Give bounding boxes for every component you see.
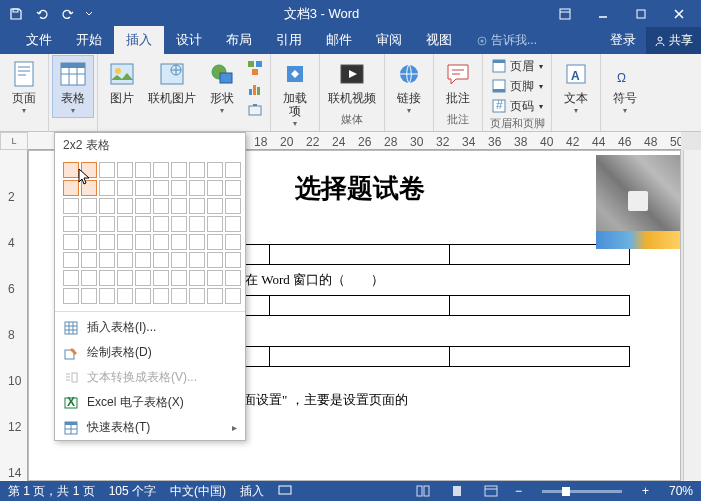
grid-cell[interactable] [63, 198, 79, 214]
grid-cell[interactable] [117, 234, 133, 250]
grid-cell[interactable] [81, 180, 97, 196]
grid-cell[interactable] [135, 162, 151, 178]
grid-cell[interactable] [153, 288, 169, 304]
grid-cell[interactable] [153, 252, 169, 268]
grid-cell[interactable] [117, 288, 133, 304]
grid-cell[interactable] [189, 252, 205, 268]
addins-button[interactable]: 加载 项▾ [275, 56, 315, 130]
minimize-button[interactable] [585, 2, 621, 26]
tab-insert[interactable]: 插入 [114, 26, 164, 54]
pagenum-button[interactable]: #页码▾ [487, 96, 547, 116]
grid-cell[interactable] [135, 198, 151, 214]
online-picture-button[interactable]: 联机图片 [144, 56, 200, 107]
grid-cell[interactable] [99, 216, 115, 232]
zoom-out-button[interactable]: − [515, 484, 522, 498]
grid-cell[interactable] [225, 198, 241, 214]
grid-cell[interactable] [153, 216, 169, 232]
grid-cell[interactable] [135, 234, 151, 250]
login-button[interactable]: 登录 [600, 26, 646, 54]
maximize-button[interactable] [623, 2, 659, 26]
grid-cell[interactable] [225, 216, 241, 232]
grid-cell[interactable] [99, 198, 115, 214]
grid-cell[interactable] [225, 270, 241, 286]
redo-button[interactable] [56, 2, 80, 26]
header-button[interactable]: 页眉▾ [487, 56, 547, 76]
grid-cell[interactable] [189, 234, 205, 250]
grid-cell[interactable] [189, 198, 205, 214]
tab-home[interactable]: 开始 [64, 26, 114, 54]
save-button[interactable] [4, 2, 28, 26]
grid-cell[interactable] [189, 288, 205, 304]
grid-cell[interactable] [81, 252, 97, 268]
grid-cell[interactable] [207, 216, 223, 232]
grid-cell[interactable] [171, 288, 187, 304]
grid-cell[interactable] [171, 234, 187, 250]
zoom-in-button[interactable]: + [642, 484, 649, 498]
grid-cell[interactable] [225, 234, 241, 250]
table-size-grid[interactable] [55, 158, 245, 308]
grid-cell[interactable] [171, 162, 187, 178]
shapes-button[interactable]: 形状▾ [202, 56, 242, 117]
grid-cell[interactable] [153, 180, 169, 196]
grid-cell[interactable] [63, 216, 79, 232]
grid-cell[interactable] [99, 252, 115, 268]
tab-mailings[interactable]: 邮件 [314, 26, 364, 54]
tell-me[interactable]: 告诉我... [464, 27, 549, 54]
chart-button[interactable] [244, 79, 266, 99]
view-read-button[interactable] [413, 484, 433, 498]
status-extra-icon[interactable] [278, 484, 292, 499]
undo-button[interactable] [30, 2, 54, 26]
grid-cell[interactable] [81, 270, 97, 286]
grid-cell[interactable] [99, 270, 115, 286]
smartart-button[interactable] [244, 58, 266, 78]
grid-cell[interactable] [207, 180, 223, 196]
share-button[interactable]: 共享 [646, 27, 701, 54]
view-print-button[interactable] [447, 484, 467, 498]
status-language[interactable]: 中文(中国) [170, 483, 226, 500]
grid-cell[interactable] [207, 162, 223, 178]
vertical-scrollbar[interactable] [683, 150, 701, 481]
grid-cell[interactable] [117, 216, 133, 232]
grid-cell[interactable] [189, 270, 205, 286]
view-web-button[interactable] [481, 484, 501, 498]
grid-cell[interactable] [117, 180, 133, 196]
ribbon-options-button[interactable] [547, 2, 583, 26]
draw-table-item[interactable]: 绘制表格(D) [55, 340, 245, 365]
grid-cell[interactable] [63, 234, 79, 250]
comment-button[interactable]: 批注 [438, 56, 478, 107]
grid-cell[interactable] [189, 216, 205, 232]
tab-design[interactable]: 设计 [164, 26, 214, 54]
grid-cell[interactable] [135, 288, 151, 304]
online-video-button[interactable]: 联机视频 [324, 56, 380, 107]
grid-cell[interactable] [225, 288, 241, 304]
grid-cell[interactable] [81, 216, 97, 232]
grid-cell[interactable] [63, 270, 79, 286]
excel-spreadsheet-item[interactable]: XExcel 电子表格(X) [55, 390, 245, 415]
grid-cell[interactable] [171, 198, 187, 214]
grid-cell[interactable] [135, 216, 151, 232]
grid-cell[interactable] [225, 180, 241, 196]
grid-cell[interactable] [99, 288, 115, 304]
grid-cell[interactable] [207, 270, 223, 286]
footer-button[interactable]: 页脚▾ [487, 76, 547, 96]
grid-cell[interactable] [171, 180, 187, 196]
grid-cell[interactable] [153, 270, 169, 286]
grid-cell[interactable] [99, 234, 115, 250]
quick-tables-item[interactable]: 快速表格(T)▸ [55, 415, 245, 440]
grid-cell[interactable] [63, 288, 79, 304]
insert-table-item[interactable]: 插入表格(I)... [55, 315, 245, 340]
grid-cell[interactable] [63, 180, 79, 196]
close-button[interactable] [661, 2, 697, 26]
grid-cell[interactable] [171, 252, 187, 268]
grid-cell[interactable] [117, 198, 133, 214]
grid-cell[interactable] [63, 162, 79, 178]
grid-cell[interactable] [135, 180, 151, 196]
grid-cell[interactable] [189, 180, 205, 196]
grid-cell[interactable] [225, 162, 241, 178]
tab-review[interactable]: 审阅 [364, 26, 414, 54]
grid-cell[interactable] [189, 162, 205, 178]
grid-cell[interactable] [81, 234, 97, 250]
grid-cell[interactable] [99, 162, 115, 178]
vertical-ruler[interactable]: 2468101214 [0, 150, 28, 481]
page-button[interactable]: 页面▾ [4, 56, 44, 117]
